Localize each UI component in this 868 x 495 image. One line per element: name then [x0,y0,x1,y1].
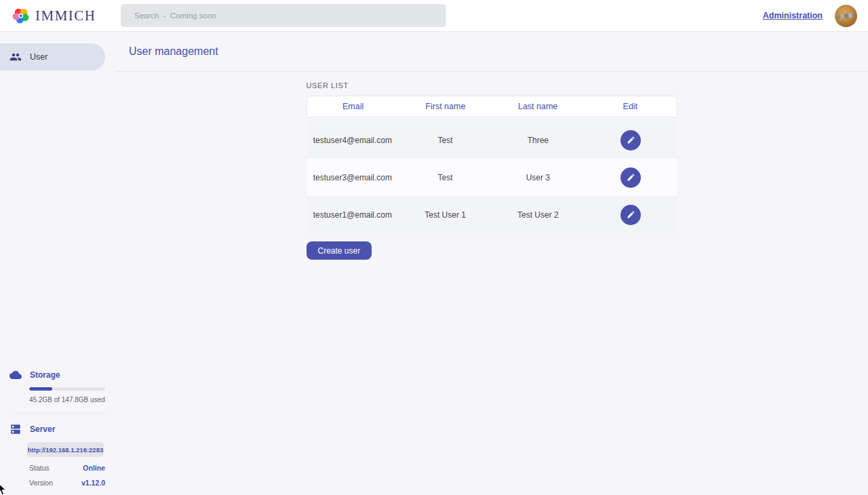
column-header: First name [399,102,492,111]
user-table-rows: testuser4@email.comTestThreetestuser3@em… [307,121,677,233]
sidebar-item-label: User [30,52,47,62]
cell-last-name: Three [492,136,585,145]
create-user-button[interactable]: Create user [307,241,372,260]
user-table-header: EmailFirst nameLast nameEdit [307,96,677,117]
cloud-icon [9,369,22,381]
sidebar-footer: Storage 45.2GB of 147.8GB used Server ht… [0,369,105,487]
cell-edit [585,205,677,225]
cell-edit [585,130,677,151]
table-row: testuser1@email.comTest User 1Test User … [307,196,677,233]
pencil-icon [627,210,635,219]
edit-user-button[interactable] [620,130,641,151]
immich-flower-icon [12,7,30,24]
cell-email: testuser1@email.com [307,210,399,220]
server-status-value: Online [83,464,105,472]
edit-user-button[interactable] [620,167,641,188]
storage-title: Storage [30,370,60,380]
storage-progress-bar [29,387,105,391]
server-title: Server [30,424,55,434]
pencil-icon [627,173,635,182]
table-row: testuser3@email.comTestUser 3 [307,159,677,196]
page-title-bar: User management [115,32,868,72]
pencil-icon [627,136,635,144]
app-logo[interactable]: IMMICH [12,7,121,24]
sidebar-item-user[interactable]: User [0,43,105,71]
main-content: User management USER LIST EmailFirst nam… [115,32,868,495]
storage-usage-text: 45.2GB of 147.8GB used [29,396,105,403]
cell-first-name: Test [399,136,492,145]
user-list-label: USER LIST [307,81,677,90]
app-title: IMMICH [35,7,96,24]
sidebar-divider [14,413,105,414]
edit-user-button[interactable] [620,205,641,225]
table-row: testuser4@email.comTestThree [307,121,677,159]
server-icon [9,423,22,435]
column-header: Edit [584,102,676,111]
column-header: Email [307,102,399,111]
server-status-label: Status [29,464,50,472]
sidebar: User Storage 45.2GB of 147.8GB used Serv… [0,32,115,495]
server-version-label: Version [29,479,53,487]
users-group-icon [9,51,22,63]
server-version-value: v1.12.0 [81,479,105,487]
cell-email: testuser3@email.com [307,173,399,182]
cell-edit [585,167,677,188]
cell-last-name: Test User 2 [492,210,585,220]
cell-first-name: Test [399,173,492,182]
server-url: http://192.168.1.216:2283 [27,442,104,457]
page-title: User management [129,45,218,58]
user-avatar[interactable] [835,5,857,27]
storage-progress-fill [29,387,52,391]
cell-first-name: Test User 1 [399,210,492,220]
administration-link[interactable]: Administration [763,11,823,20]
cell-email: testuser4@email.com [307,136,399,145]
cell-last-name: User 3 [492,173,585,182]
search-input[interactable] [121,4,446,27]
column-header: Last name [492,102,584,111]
top-bar: IMMICH Administration [0,0,868,32]
